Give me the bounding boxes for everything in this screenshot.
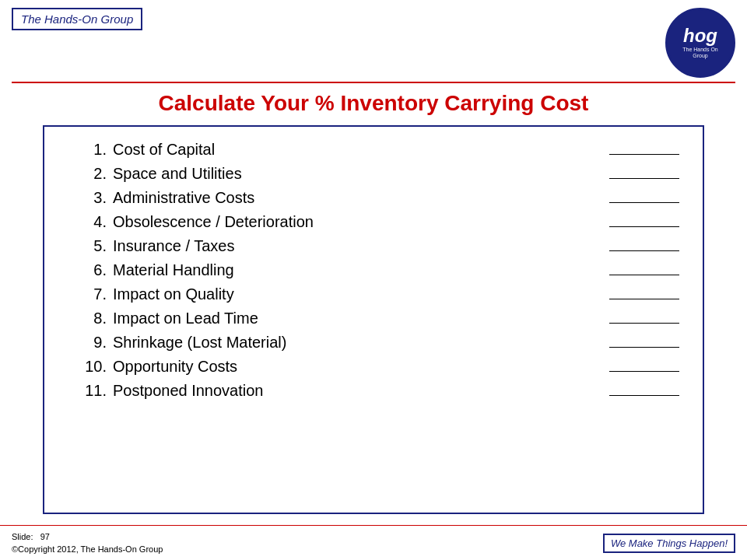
item-label: Administrative Costs [113, 189, 254, 207]
page-title: Calculate Your % Inventory Carrying Cost [16, 91, 731, 116]
item-text: 2. Space and Utilities [83, 165, 242, 183]
logo-sub-text: The Hands OnGroup [682, 47, 718, 60]
item-input-line [609, 275, 679, 275]
item-input-line [609, 299, 679, 299]
logo-circle: hog The Hands OnGroup [665, 8, 735, 78]
item-label: Postponed Innovation [113, 382, 264, 400]
item-text: 4. Obsolescence / Deterioration [83, 213, 314, 231]
item-input-line [609, 178, 679, 179]
brand-box: The Hands-On Group [12, 8, 142, 30]
list-item: 9. Shrinkage (Lost Material) [83, 334, 679, 352]
item-label: Impact on Lead Time [113, 310, 258, 327]
inventory-list: 1. Cost of Capital 2. Space and Utilitie… [83, 141, 679, 400]
list-item: 3. Administrative Costs [83, 189, 679, 207]
item-text: 3. Administrative Costs [83, 189, 254, 207]
item-text: 7. Impact on Quality [83, 285, 234, 303]
list-item: 4. Obsolescence / Deterioration [83, 213, 679, 231]
item-number: 11. [83, 382, 107, 400]
item-label: Obsolescence / Deterioration [113, 213, 314, 231]
item-label: Insurance / Taxes [113, 237, 234, 255]
logo-hog-text: hog [683, 26, 717, 45]
item-number: 1. [83, 141, 107, 159]
brand-label: The Hands-On Group [21, 12, 133, 26]
item-input-line [609, 371, 679, 372]
item-number: 6. [83, 261, 107, 279]
item-label: Material Handling [113, 261, 234, 279]
item-text: 10. Opportunity Costs [83, 358, 237, 376]
item-text: 9. Shrinkage (Lost Material) [83, 334, 286, 352]
content-box: 1. Cost of Capital 2. Space and Utilitie… [43, 125, 704, 514]
item-number: 7. [83, 285, 107, 303]
slide-number: 97 [40, 532, 50, 541]
footer-tagline: We Make Things Happen! [603, 534, 735, 553]
header: The Hands-On Group hog The Hands OnGroup [0, 0, 747, 78]
item-text: 1. Cost of Capital [83, 141, 215, 159]
item-number: 9. [83, 334, 107, 352]
list-item: 5. Insurance / Taxes [83, 237, 679, 255]
item-label: Space and Utilities [113, 165, 242, 183]
slide-info: Slide: 97 [12, 530, 163, 544]
list-item: 10. Opportunity Costs [83, 358, 679, 376]
item-input-line [609, 226, 679, 227]
item-number: 8. [83, 310, 107, 327]
footer: Slide: 97 ©Copyright 2012, The Hands-On … [0, 525, 747, 560]
logo-area: hog The Hands OnGroup [665, 8, 735, 78]
item-input-line [609, 395, 679, 396]
footer-left: Slide: 97 ©Copyright 2012, The Hands-On … [12, 530, 163, 556]
item-number: 2. [83, 165, 107, 183]
item-label: Shrinkage (Lost Material) [113, 334, 286, 352]
item-input-line [609, 202, 679, 203]
item-text: 8. Impact on Lead Time [83, 310, 258, 327]
list-item: 7. Impact on Quality [83, 285, 679, 303]
item-input-line [609, 323, 679, 324]
list-item: 8. Impact on Lead Time [83, 310, 679, 327]
item-text: 11. Postponed Innovation [83, 382, 264, 400]
item-input-line [609, 154, 679, 155]
item-number: 3. [83, 189, 107, 207]
list-item: 11. Postponed Innovation [83, 382, 679, 400]
item-input-line [609, 347, 679, 348]
item-label: Impact on Quality [113, 285, 234, 303]
item-input-line [609, 250, 679, 251]
copyright-text: ©Copyright 2012, The Hands-On Group [12, 543, 163, 556]
list-item: 1. Cost of Capital [83, 141, 679, 159]
list-item: 6. Material Handling [83, 261, 679, 279]
item-label: Cost of Capital [113, 141, 215, 159]
item-text: 5. Insurance / Taxes [83, 237, 234, 255]
item-label: Opportunity Costs [113, 358, 237, 376]
item-number: 4. [83, 213, 107, 231]
header-divider [12, 82, 735, 83]
list-item: 2. Space and Utilities [83, 165, 679, 183]
item-number: 5. [83, 237, 107, 255]
item-number: 10. [83, 358, 107, 376]
slide-label: Slide: [12, 532, 33, 541]
item-text: 6. Material Handling [83, 261, 234, 279]
